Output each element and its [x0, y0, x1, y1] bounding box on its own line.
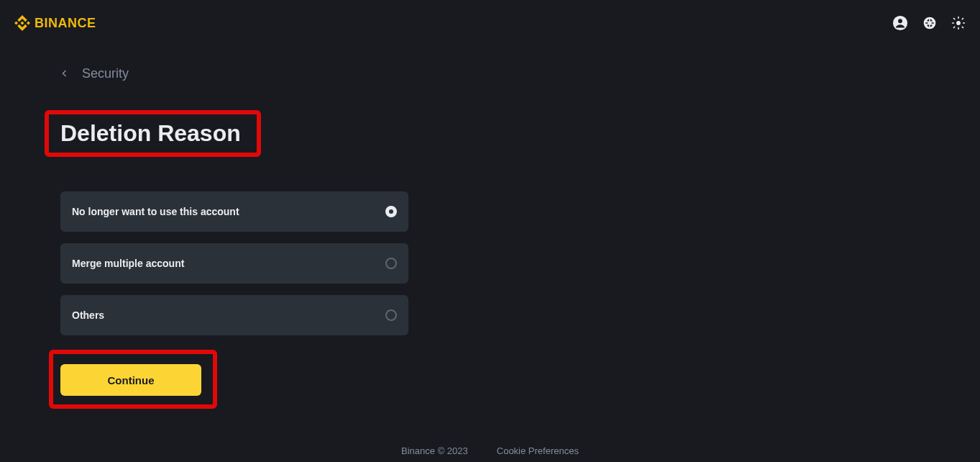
radio-selected-icon [385, 206, 397, 217]
option-label: Merge multiple account [72, 258, 184, 269]
deletion-reason-options: No longer want to use this account Merge… [60, 191, 408, 335]
main-content: Security Deletion Reason No longer want … [0, 46, 980, 396]
user-icon[interactable] [892, 15, 908, 31]
breadcrumb: Security [60, 66, 980, 81]
app-header: BINANCE [0, 0, 980, 46]
radio-unselected-icon [385, 258, 397, 269]
continue-container: Continue [60, 364, 201, 396]
breadcrumb-label[interactable]: Security [82, 66, 129, 81]
footer: Binance © 2023 Cookie Preferences [0, 445, 980, 456]
cookie-preferences-link[interactable]: Cookie Preferences [497, 445, 579, 456]
option-others[interactable]: Others [60, 295, 408, 335]
svg-point-1 [898, 19, 902, 23]
svg-line-9 [954, 27, 955, 27]
theme-icon[interactable] [951, 16, 966, 30]
svg-line-10 [962, 19, 963, 19]
binance-icon [14, 15, 30, 31]
globe-icon[interactable] [922, 16, 937, 30]
option-merge-account[interactable]: Merge multiple account [60, 243, 408, 284]
option-label: Others [72, 309, 104, 321]
brand-text: BINANCE [35, 16, 96, 31]
page-title-container: Deletion Reason [60, 110, 247, 157]
option-no-longer-use[interactable]: No longer want to use this account [60, 191, 408, 232]
radio-unselected-icon [385, 309, 397, 321]
page-title: Deletion Reason [60, 110, 247, 157]
header-actions [892, 15, 966, 31]
option-label: No longer want to use this account [72, 206, 239, 217]
svg-line-6 [962, 27, 963, 27]
svg-point-2 [956, 21, 961, 25]
back-icon[interactable] [60, 66, 69, 81]
copyright-text: Binance © 2023 [401, 445, 468, 456]
continue-button[interactable]: Continue [60, 364, 201, 396]
svg-line-5 [954, 19, 955, 19]
brand-logo[interactable]: BINANCE [14, 15, 96, 31]
